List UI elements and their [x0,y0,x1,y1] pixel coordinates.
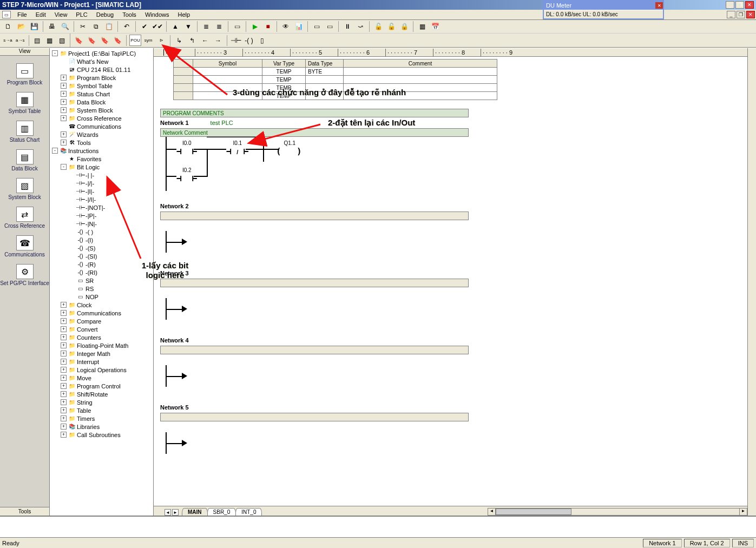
expand-icon[interactable]: + [61,342,67,348]
expand-icon[interactable]: + [61,83,67,89]
copy-button[interactable]: ⧉ [90,21,102,32]
network-1-comment[interactable]: Network Comment [160,128,469,137]
minimize-button[interactable]: _ [726,1,734,9]
tree-node[interactable]: -📁Bit Logic [51,163,153,171]
expand-icon[interactable]: + [61,432,67,438]
upload-button[interactable]: ▲ [169,21,181,32]
menu-help[interactable]: Help [174,11,195,18]
du-meter-window[interactable]: DU Meter✕ DL: 0.0 kB/sec UL: 0.0 kB/sec [543,0,664,19]
tree-node[interactable]: -()-(S) [51,244,153,252]
coil-button[interactable]: -( ) [243,35,255,46]
lock1-icon[interactable]: 🔓 [372,21,384,32]
du-meter-close-button[interactable]: ✕ [655,2,663,9]
contact-button[interactable]: ⊣⊢ [230,35,242,46]
run-button[interactable]: ▶ [249,21,261,32]
tree-node[interactable]: +📁Move [51,374,153,382]
expand-icon[interactable]: + [61,107,67,113]
expand-icon[interactable]: + [61,399,67,405]
tree-node[interactable]: ⊣⊢-|NOT|- [51,203,153,212]
menu-debug[interactable]: Debug [92,11,118,18]
network-2-comment[interactable] [160,212,469,220]
nav-set-pg-pc-interface[interactable]: ⚙Set PG/PC Interface [0,261,49,289]
network-3-comment[interactable] [160,279,469,287]
sym-button[interactable]: sym [142,35,154,46]
tree-node[interactable]: +📁Table [51,406,153,414]
tree-node[interactable]: -()-(R) [51,260,153,268]
compile-all-button[interactable]: ✔✔ [152,21,163,32]
tab-int0[interactable]: INT_0 [235,508,262,516]
nav-system-block[interactable]: ▧System Block [0,175,49,203]
read-button[interactable]: ▭ [324,21,336,32]
lock3-icon[interactable]: 🔒 [398,21,410,32]
line-up-button[interactable]: ↰ [186,35,198,46]
expand-icon[interactable]: + [61,140,67,146]
tree-node[interactable]: -()-(RI) [51,268,153,276]
tree-node[interactable]: +📁Program Block [51,74,153,82]
expand-icon[interactable]: + [61,424,67,430]
network-1-title[interactable]: test PLC [211,120,233,126]
expand-icon[interactable]: + [61,334,67,340]
tree-node[interactable]: ⊣⊢-|P|- [51,212,153,220]
expand-icon[interactable]: + [61,326,67,332]
expand-icon[interactable]: + [61,75,67,81]
tree-node[interactable]: +📁Status Chart [51,90,153,98]
network-5-comment[interactable] [160,413,469,421]
expand-icon[interactable]: + [61,310,67,316]
options-button[interactable]: ▭ [231,21,243,32]
col-symbol[interactable]: Symbol [193,60,262,68]
tree-node[interactable]: ⊣⊢-|I|- [51,187,153,195]
network-2-rung[interactable] [159,220,737,258]
var-table[interactable]: Symbol Var Type Data Type Comment TEMPBY… [154,57,747,100]
bookmark-next-button[interactable]: 🔖 [86,35,97,46]
program-comments[interactable]: PROGRAM COMMENTS [160,109,469,117]
project-tree[interactable]: -📁Project1 (E:\Bai Tap\PLC)📄What's New🖳C… [50,48,154,516]
single-button[interactable]: ⤻ [354,21,366,32]
expand-icon[interactable]: + [61,367,67,373]
preview-button[interactable]: 🔍 [59,21,71,32]
scroll-left-button[interactable]: ◄ [165,509,171,516]
h-scrollbar[interactable]: ◄► [488,508,747,516]
tree-node[interactable]: ▭NOP [51,293,153,301]
tree-node[interactable]: ▭RS [51,285,153,293]
tree-node[interactable]: ⊣⊢-| |- [51,171,153,179]
view2-button[interactable]: ▦ [44,35,55,46]
addrsym-button[interactable]: a→s [15,35,26,46]
download-button[interactable]: ▼ [182,21,194,32]
expand-icon[interactable]: + [61,383,67,389]
tree-node[interactable]: +📁Interrupt [51,358,153,366]
menu-view[interactable]: View [50,11,72,18]
close-button[interactable]: ✕ [745,1,754,9]
network-1-rung[interactable]: I0.0 ⊣ ⊢ I0.1 ⊣ / ⊢ [159,137,737,191]
expand-icon[interactable]: + [61,302,67,308]
bookmark-button[interactable]: 🔖 [73,35,84,46]
stop-button[interactable]: ■ [262,21,274,32]
expand-icon[interactable]: + [61,91,67,97]
tree-node[interactable]: +📁Floating-Point Math [51,341,153,349]
tree-node[interactable]: ⊣⊢-|N|- [51,220,153,228]
network-4-rung[interactable] [159,354,737,392]
tree-node[interactable]: 📄What's New [51,57,153,65]
new-button[interactable]: 🗋 [2,21,14,32]
tree-node[interactable]: +📁Integer Math [51,349,153,358]
expand-icon[interactable]: + [61,415,67,421]
view1-button[interactable]: ▤ [32,35,43,46]
paste-button[interactable]: 📋 [103,21,115,32]
tree-node[interactable]: +📁Communications [51,309,153,317]
calendar-button[interactable]: 📅 [429,21,441,32]
line-right-button[interactable]: → [212,35,224,46]
tree-node[interactable]: +📁Convert [51,325,153,333]
expand-icon[interactable]: + [61,359,67,365]
tree-node[interactable]: +📁Shift/Rotate [51,390,153,398]
mdi-close-button[interactable]: ✕ [746,11,755,18]
var-row[interactable]: TEMPBYTE [174,68,497,76]
tree-node[interactable]: ▭SR [51,276,153,285]
tree-node[interactable]: ⊣⊢-|/|- [51,179,153,187]
tree-node[interactable]: ⊣⊢-|/I|- [51,195,153,203]
tree-node[interactable]: ★Favorites [51,155,153,163]
expand-icon[interactable]: + [61,131,67,137]
sort2-button[interactable]: ≣ [213,21,225,32]
tree-node[interactable]: +📁Logical Operations [51,366,153,374]
var-row[interactable]: TEMP [174,76,497,84]
expand-icon[interactable]: + [61,375,67,381]
monitor-button[interactable]: 👁 [280,21,292,32]
